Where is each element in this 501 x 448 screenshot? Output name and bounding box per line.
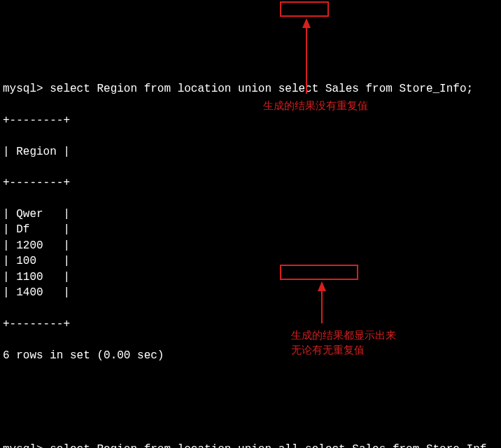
annotation-2-line2: 无论有无重复值 [291, 342, 396, 357]
query2-keyword: union all [238, 443, 298, 448]
table1-row: | 1400 | [3, 285, 498, 300]
svg-marker-1 [302, 18, 311, 28]
annotation-2: 生成的结果都显示出来 无论有无重复值 [291, 328, 396, 357]
annotation-1: 生成的结果没有重复值 [263, 98, 368, 113]
query2-prefix: mysql> select Region from location [3, 443, 238, 448]
annotation-2-line1: 生成的结果都显示出来 [291, 328, 396, 342]
query1-suffix: select Sales from Store_Info; [271, 83, 473, 95]
table1-header: | Region | [3, 144, 498, 160]
table1-top-border: +--------+ [3, 113, 498, 128]
table1-row: | 100 | [3, 253, 498, 269]
query1-keyword: union [238, 83, 271, 95]
blank-line [3, 379, 498, 394]
highlight-union [280, 1, 329, 17]
table1-row: | Qwer | [3, 206, 498, 222]
table1-bottom-border: +--------+ [3, 316, 498, 332]
table1-row: | 1100 | [3, 270, 498, 285]
query1-prefix: mysql> select Region from location [3, 83, 238, 95]
table1-row: | 1200 | [3, 238, 498, 253]
table1-mid-border: +--------+ [3, 175, 498, 190]
table1-row: | Df | [3, 222, 498, 237]
query2-line1: mysql> select Region from location union… [3, 442, 498, 448]
table1-header-text: Region [16, 146, 63, 158]
query1-line1: mysql> select Region from location union… [3, 81, 498, 97]
query1-summary: 6 rows in set (0.00 sec) [3, 348, 498, 363]
